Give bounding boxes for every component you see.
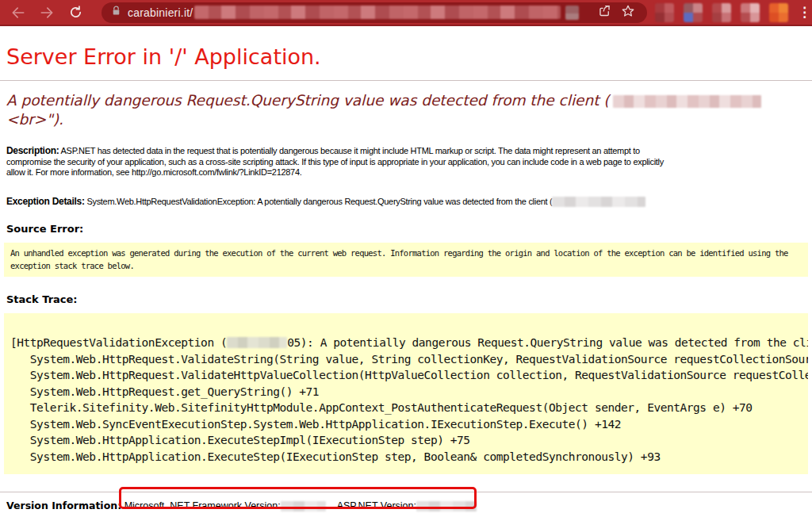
source-error-label: Source Error: [6,223,806,235]
extension-icon-5[interactable] [769,3,788,22]
framework-version-text: Microsoft .NET Framework Version: [124,500,281,511]
exception-details-paragraph: Exception Details: System.Web.HttpReques… [6,197,806,208]
kebab-icon: ⋮ [798,5,811,20]
reload-button[interactable] [67,4,84,21]
version-label: Version Information: [6,500,121,511]
address-bar[interactable]: carabinieri.it/ [102,2,647,23]
browser-toolbar: carabinieri.it/ ⋮ [0,0,812,26]
source-error-text: An unhandled exception was generated dur… [4,243,808,277]
star-icon [621,4,635,21]
stack-line1-rest: 05): A potentially dangerous Request.Que… [287,336,808,349]
share-icon [597,3,612,21]
extension-icon-2[interactable] [684,3,703,22]
reload-icon [68,5,83,20]
bookmark-button[interactable] [619,3,638,22]
share-button[interactable] [595,3,614,22]
source-error-box: An unhandled exception was generated dur… [4,243,808,277]
redacted-exception-code [227,337,287,348]
back-button[interactable] [10,4,27,21]
error-page: Server Error in '/' Application. A poten… [0,44,812,512]
stack-trace-label: Stack Trace: [6,293,806,305]
exception-details-label: Exception Details: [6,196,85,207]
description-label: Description: [6,145,59,156]
extension-icon-3[interactable] [712,3,731,22]
error-subtitle: A potentially dangerous Request.QueryStr… [6,91,806,129]
redacted-exception-value [552,197,645,207]
description-text: ASP.NET has detected data in the request… [6,146,664,177]
stack-trace-text: [HttpRequestValidationException (05): A … [4,313,808,474]
aspnet-version-text: ASP.NET Version: [337,500,416,511]
extension-icon-4[interactable] [741,3,760,22]
stack-trace-box: [HttpRequestValidationException (05): A … [4,313,808,474]
extension-icon-1[interactable] [655,3,674,22]
page-title: Server Error in '/' Application. [6,44,806,69]
redacted-query-value [613,95,761,108]
browser-menu-button[interactable]: ⋮ [798,6,810,19]
forward-arrow-icon [39,5,55,21]
forward-button[interactable] [38,4,56,21]
url-domain-text: carabinieri.it/ [128,6,193,19]
exception-details-text: System.Web.HttpRequestValidationExceptio… [86,197,552,206]
lock-icon[interactable] [111,5,121,20]
error-subtitle-line2: <br>"). [6,110,806,129]
redacted-url-badge [565,6,579,20]
stack-trace-lines: System.Web.HttpRequest.ValidateString(St… [10,351,808,465]
divider-bottom [0,492,812,492]
back-arrow-icon [10,5,26,21]
version-information: Version Information: Microsoft .NET Fram… [6,500,806,512]
redacted-url-path [194,6,561,19]
redacted-framework-version [281,501,326,511]
divider-top [0,80,812,81]
extensions-area [655,3,788,22]
stack-line1-prefix: [HttpRequestValidationException ( [10,336,227,349]
error-subtitle-line1: A potentially dangerous Request.QueryStr… [6,92,610,109]
description-paragraph: Description: ASP.NET has detected data i… [6,146,806,178]
redacted-aspnet-version [416,501,477,511]
